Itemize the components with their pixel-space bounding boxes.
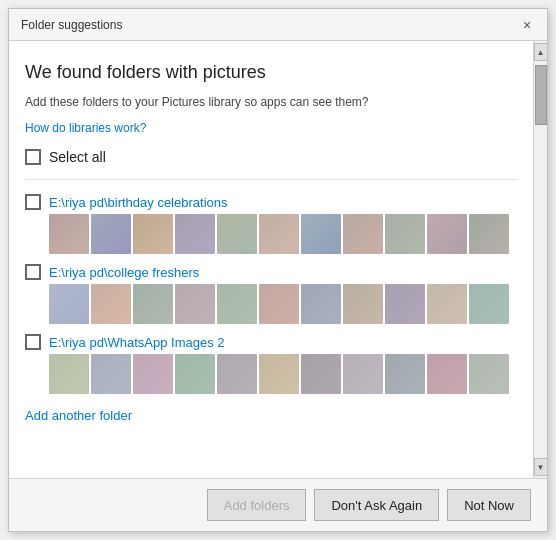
scroll-down-arrow[interactable]: ▼ xyxy=(534,458,548,476)
select-all-checkbox[interactable] xyxy=(25,149,41,165)
folder-item-0: E:\riya pd\birthday celebrations xyxy=(25,194,517,254)
thumb xyxy=(133,284,173,324)
add-folders-button[interactable]: Add folders xyxy=(207,489,307,521)
select-all-label[interactable]: Select all xyxy=(49,149,106,165)
thumb xyxy=(49,214,89,254)
thumb xyxy=(427,214,467,254)
title-bar: Folder suggestions × xyxy=(9,9,547,41)
thumb xyxy=(49,354,89,394)
footer-buttons: Add folders Don't Ask Again Not Now xyxy=(9,478,547,531)
thumb xyxy=(385,214,425,254)
add-another-folder-link[interactable]: Add another folder xyxy=(25,408,517,423)
folder-checkbox-2[interactable] xyxy=(25,334,41,350)
select-all-row: Select all xyxy=(25,149,517,165)
thumb xyxy=(301,214,341,254)
main-panel: We found folders with pictures Add these… xyxy=(9,41,533,478)
how-libraries-work-link[interactable]: How do libraries work? xyxy=(25,121,517,135)
scroll-thumb[interactable] xyxy=(535,65,547,125)
thumb xyxy=(175,354,215,394)
folder-suggestions-window: Folder suggestions × We found folders wi… xyxy=(8,8,548,532)
thumb xyxy=(301,284,341,324)
thumb xyxy=(427,284,467,324)
thumb xyxy=(343,284,383,324)
thumb xyxy=(469,284,509,324)
thumb xyxy=(385,284,425,324)
thumb xyxy=(175,214,215,254)
sub-description: Add these folders to your Pictures libra… xyxy=(25,94,517,111)
thumb xyxy=(133,214,173,254)
scrollbar: ▲ ▼ xyxy=(533,41,547,478)
thumb xyxy=(259,214,299,254)
folder-link-row-1: E:\riya pd\college freshers xyxy=(25,264,517,280)
thumb xyxy=(259,354,299,394)
main-heading: We found folders with pictures xyxy=(25,61,517,84)
folder-item-2: E:\riya pd\WhatsApp Images 2 xyxy=(25,334,517,394)
thumb xyxy=(217,214,257,254)
thumb xyxy=(91,214,131,254)
thumb xyxy=(217,354,257,394)
folder-link-row-2: E:\riya pd\WhatsApp Images 2 xyxy=(25,334,517,350)
folder-checkbox-0[interactable] xyxy=(25,194,41,210)
thumb xyxy=(343,214,383,254)
thumb xyxy=(175,284,215,324)
thumb xyxy=(259,284,299,324)
window-content: We found folders with pictures Add these… xyxy=(9,41,547,478)
thumb xyxy=(469,214,509,254)
dont-ask-again-button[interactable]: Don't Ask Again xyxy=(314,489,439,521)
thumb xyxy=(343,354,383,394)
thumbnails-1 xyxy=(49,284,517,324)
window-title: Folder suggestions xyxy=(21,18,122,32)
scroll-up-arrow[interactable]: ▲ xyxy=(534,43,548,61)
thumb xyxy=(49,284,89,324)
folder-link-row-0: E:\riya pd\birthday celebrations xyxy=(25,194,517,210)
not-now-button[interactable]: Not Now xyxy=(447,489,531,521)
thumb xyxy=(301,354,341,394)
thumb xyxy=(217,284,257,324)
folder-path-1[interactable]: E:\riya pd\college freshers xyxy=(49,265,199,280)
folder-path-2[interactable]: E:\riya pd\WhatsApp Images 2 xyxy=(49,335,225,350)
thumb xyxy=(385,354,425,394)
folder-item-1: E:\riya pd\college freshers xyxy=(25,264,517,324)
folder-path-0[interactable]: E:\riya pd\birthday celebrations xyxy=(49,195,227,210)
thumb xyxy=(133,354,173,394)
thumb xyxy=(469,354,509,394)
thumbnails-0 xyxy=(49,214,517,254)
folder-checkbox-1[interactable] xyxy=(25,264,41,280)
divider-1 xyxy=(25,179,517,180)
thumb xyxy=(427,354,467,394)
thumb xyxy=(91,354,131,394)
thumbnails-2 xyxy=(49,354,517,394)
thumb xyxy=(91,284,131,324)
close-button[interactable]: × xyxy=(515,13,539,37)
